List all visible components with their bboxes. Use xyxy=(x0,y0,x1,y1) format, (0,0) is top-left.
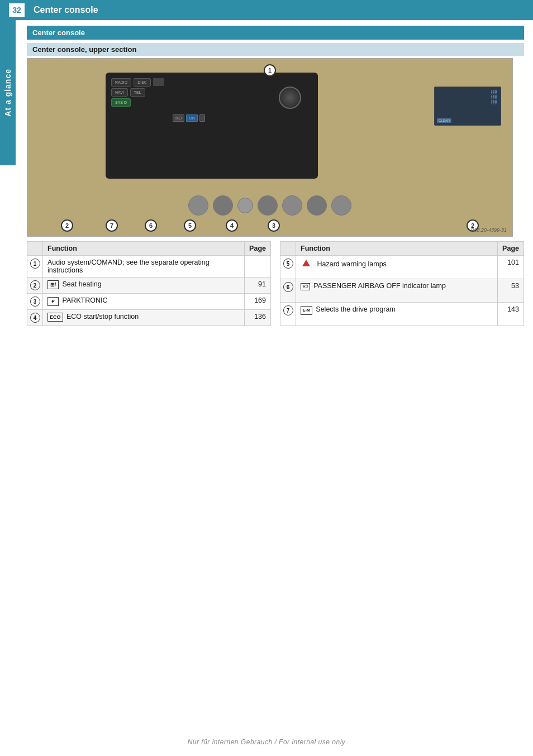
table-row: 4 ECO ECO start/stop function 136 xyxy=(27,310,271,326)
section-header: Center console xyxy=(27,26,524,40)
right-function-table: Function Page 5 Hazard warning lamps xyxy=(280,241,524,326)
row-num-2: 2 xyxy=(27,277,43,294)
eco-icon: ECO xyxy=(47,313,63,322)
row-page-6: 53 xyxy=(498,279,524,303)
header-title: Center console xyxy=(34,5,98,15)
table-row: 7 E‑M Selects the drive program 143 xyxy=(280,303,524,326)
row-text-7: E‑M Selects the drive program xyxy=(296,303,498,326)
right-table-page-header: Page xyxy=(498,242,524,256)
image-reference: P68.20-4399-31 xyxy=(470,227,507,233)
console-image: RADIO DISC NAVI TEL SYS D MO ON 1 xyxy=(27,58,513,237)
table-row: 5 Hazard warning lamps 101 xyxy=(280,256,524,279)
watermark: Nur für internen Gebrauch / For internal… xyxy=(0,738,533,746)
right-table-function-header: Function xyxy=(296,242,498,256)
side-tab: At a glance xyxy=(0,20,16,165)
row-text-5: Hazard warning lamps xyxy=(296,256,498,279)
row-num-6: 6 xyxy=(280,279,296,303)
row-page-2: 91 xyxy=(245,277,271,294)
row-page-7: 143 xyxy=(498,303,524,326)
row-text-3: P̶ PARKTRONIC xyxy=(43,294,245,310)
main-content: Center console Center console, upper sec… xyxy=(18,26,533,326)
annotation-5: 5 xyxy=(184,219,196,232)
airbag-icon: ✕2 xyxy=(301,283,310,290)
left-table-page-header: Page xyxy=(245,242,271,256)
seat-icon: ⊞/ xyxy=(47,280,59,289)
right-table-num-header xyxy=(280,242,296,256)
hazard-icon xyxy=(301,259,313,267)
table-row: 2 ⊞/ Seat heating 91 xyxy=(27,277,271,294)
annotation-7: 7 xyxy=(106,219,118,232)
row-text-1: Audio system/COMAND; see the separate op… xyxy=(43,256,245,277)
annotation-1: 1 xyxy=(264,64,276,76)
row-text-4: ECO ECO start/stop function xyxy=(43,310,245,326)
row-page-3: 169 xyxy=(245,294,271,310)
table-row: 3 P̶ PARKTRONIC 169 xyxy=(27,294,271,310)
table-row: 6 ✕2 PASSENGER AIRBAG OFF indicator lamp… xyxy=(280,279,524,303)
parktronic-icon: P̶ xyxy=(47,297,59,306)
annotation-4: 4 xyxy=(226,219,238,232)
row-text-2: ⊞/ Seat heating xyxy=(43,277,245,294)
table-row: 1 Audio system/COMAND; see the separate … xyxy=(27,256,271,277)
left-table-function-header: Function xyxy=(43,242,245,256)
row-num-3: 3 xyxy=(27,294,43,310)
annotation-2: 2 xyxy=(61,219,73,232)
side-tab-label: At a glance xyxy=(3,69,12,117)
row-num-5: 5 xyxy=(280,256,296,279)
subsection-header: Center console, upper section xyxy=(27,43,524,56)
annotation-3: 3 xyxy=(268,219,280,232)
page-header: 32 Center console xyxy=(0,0,533,20)
table-gap xyxy=(271,241,280,326)
row-page-5: 101 xyxy=(498,256,524,279)
bottom-controls-row xyxy=(130,192,410,219)
left-table-num-header xyxy=(27,242,43,256)
row-num-4: 4 xyxy=(27,310,43,326)
row-page-1 xyxy=(245,256,271,277)
row-num-7: 7 xyxy=(280,303,296,326)
display-screen: 1 2 3 4 5 6 7 8 9 CLEAR xyxy=(434,87,501,126)
row-num-1: 1 xyxy=(27,256,43,277)
row-text-6: ✕2 PASSENGER AIRBAG OFF indicator lamp xyxy=(296,279,498,303)
annotation-6: 6 xyxy=(145,219,157,232)
page-number: 32 xyxy=(9,3,25,17)
console-unit-dark: RADIO DISC NAVI TEL SYS D MO ON xyxy=(106,73,318,179)
triangle-icon xyxy=(302,260,310,266)
drive-icon: E‑M xyxy=(301,306,312,315)
left-function-table: Function Page 1 Audio system/COMAND; see… xyxy=(27,241,271,326)
function-tables: Function Page 1 Audio system/COMAND; see… xyxy=(27,241,524,326)
row-page-4: 136 xyxy=(245,310,271,326)
